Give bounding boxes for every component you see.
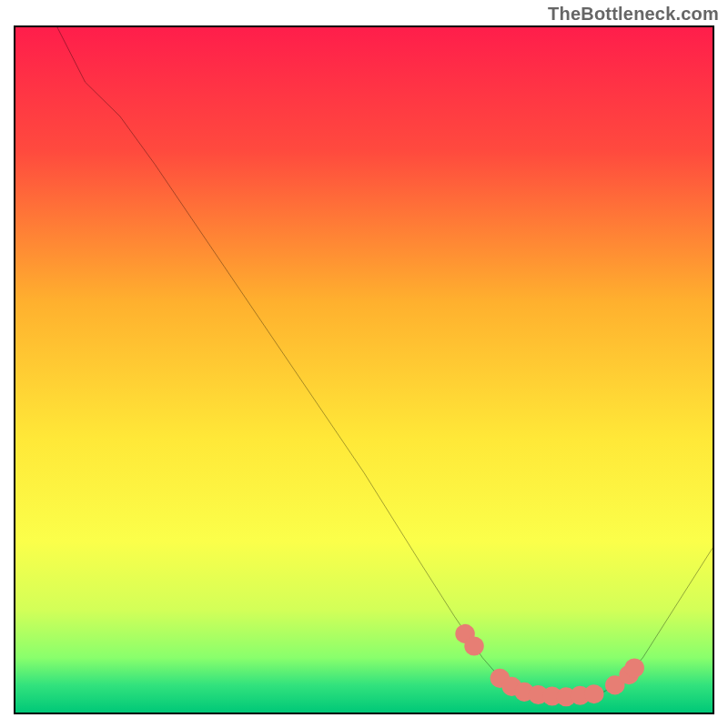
data-marker [624, 659, 643, 678]
gradient-background [15, 27, 713, 713]
plot-area [14, 25, 714, 714]
data-marker [464, 636, 483, 655]
chart-svg [15, 27, 713, 713]
watermark-text: TheBottleneck.com [548, 4, 719, 25]
chart-container: TheBottleneck.com [0, 0, 728, 728]
data-marker [584, 684, 603, 703]
